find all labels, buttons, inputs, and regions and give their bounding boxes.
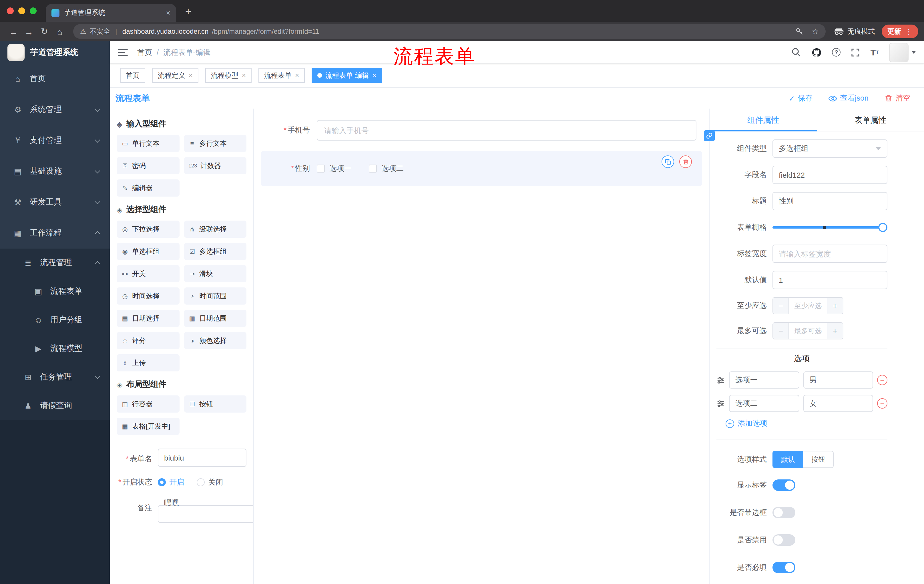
delete-field-button[interactable] bbox=[679, 155, 692, 168]
plus-button[interactable]: + bbox=[827, 323, 843, 339]
sidebar-item-infrastructure[interactable]: ▤ 基础设施 bbox=[0, 156, 110, 187]
palette-item-date-range[interactable]: ▥日期范围 bbox=[184, 310, 246, 327]
sidebar-item-process-management[interactable]: ≣ 流程管理 bbox=[0, 248, 110, 277]
close-icon[interactable]: × bbox=[372, 71, 376, 79]
clear-button[interactable]: 清空 bbox=[884, 93, 910, 104]
stepper-placeholder[interactable]: 至少应选 bbox=[789, 298, 827, 314]
tab-component-props[interactable]: 组件属性 bbox=[710, 109, 817, 131]
palette-item-time-range[interactable]: ◔时间范围 bbox=[184, 288, 246, 304]
tag-process-model[interactable]: 流程模型 × bbox=[205, 68, 252, 83]
close-icon[interactable]: × bbox=[242, 71, 246, 79]
palette-item-counter[interactable]: 123计数器 bbox=[184, 157, 246, 174]
sidebar-item-leave-query[interactable]: ♟ 请假查询 bbox=[0, 392, 110, 420]
phone-input[interactable] bbox=[324, 126, 689, 135]
close-icon[interactable]: × bbox=[189, 71, 193, 79]
field-phone[interactable]: *手机号 bbox=[254, 117, 709, 144]
github-icon[interactable] bbox=[812, 47, 822, 58]
palette-item-radio-group[interactable]: ◉单选框组 bbox=[117, 243, 179, 260]
tag-process-form-edit[interactable]: 流程表单-编辑 × bbox=[312, 68, 382, 83]
style-button-button[interactable]: 按钮 bbox=[804, 451, 834, 468]
palette-item-switch[interactable]: ⊷开关 bbox=[117, 265, 179, 282]
link-icon[interactable] bbox=[704, 130, 715, 141]
drag-handle-icon[interactable] bbox=[716, 399, 725, 408]
status-on-radio[interactable]: 开启 bbox=[158, 477, 184, 487]
tab-form-props[interactable]: 表单属性 bbox=[817, 109, 924, 131]
status-off-radio[interactable]: 关闭 bbox=[197, 477, 223, 487]
field-gender[interactable]: *性别 选项一 选项二 bbox=[261, 163, 702, 174]
style-default-button[interactable]: 默认 bbox=[772, 451, 804, 468]
tag-home[interactable]: 首页 bbox=[120, 68, 145, 83]
stepper-placeholder[interactable]: 最多可选 bbox=[789, 323, 827, 339]
palette-item-rate[interactable]: ☆评分 bbox=[117, 332, 179, 349]
save-button[interactable]: ✓ 保存 bbox=[789, 93, 812, 104]
title-input[interactable] bbox=[779, 197, 881, 206]
copy-field-button[interactable] bbox=[662, 155, 674, 168]
sidebar-item-system[interactable]: ⚙ 系统管理 bbox=[0, 94, 110, 125]
bookmark-star-icon[interactable]: ☆ bbox=[812, 27, 819, 36]
add-option-button[interactable]: + 添加选项 bbox=[726, 418, 888, 429]
sidebar-item-home[interactable]: ⌂ 首页 bbox=[0, 63, 110, 94]
sidebar-item-payment[interactable]: ￥ 支付管理 bbox=[0, 125, 110, 156]
palette-item-multi-line-text[interactable]: ≡多行文本 bbox=[184, 135, 246, 152]
palette-item-checkbox-group[interactable]: ☑多选框组 bbox=[184, 243, 246, 260]
browser-tab[interactable]: 芋道管理系统 × bbox=[46, 4, 176, 22]
user-menu[interactable] bbox=[889, 43, 916, 62]
view-json-button[interactable]: 查看json bbox=[828, 93, 868, 104]
form-remark-textarea[interactable]: 嘿嘿 bbox=[164, 498, 253, 517]
minus-button[interactable]: − bbox=[773, 298, 789, 314]
required-toggle[interactable] bbox=[772, 562, 795, 573]
address-bar[interactable]: ⚠ 不安全 | dashboard.yudao.iocoder.cn/bpm/m… bbox=[73, 24, 826, 39]
close-icon[interactable]: × bbox=[295, 71, 299, 79]
disabled-toggle[interactable] bbox=[772, 534, 795, 546]
option-value-input[interactable] bbox=[809, 376, 867, 384]
palette-item-table[interactable]: ▦表格[开发中] bbox=[117, 418, 179, 435]
show-label-toggle[interactable] bbox=[772, 479, 795, 491]
new-tab-button[interactable]: + bbox=[185, 6, 191, 18]
option-value-input[interactable] bbox=[809, 399, 867, 408]
slider-handle[interactable] bbox=[878, 223, 888, 232]
key-icon[interactable] bbox=[795, 28, 804, 35]
palette-item-button[interactable]: ☐按钮 bbox=[184, 395, 246, 413]
sidebar-item-devtools[interactable]: ⚒ 研发工具 bbox=[0, 187, 110, 218]
hamburger-icon[interactable] bbox=[118, 48, 128, 57]
breadcrumb-home[interactable]: 首页 bbox=[137, 47, 152, 58]
palette-item-cascader[interactable]: ⋔级联选择 bbox=[184, 220, 246, 238]
palette-item-single-line-text[interactable]: ▭单行文本 bbox=[117, 135, 179, 152]
field-name-input[interactable] bbox=[779, 171, 881, 179]
palette-item-color-picker[interactable]: ◑颜色选择 bbox=[184, 332, 246, 349]
checkbox-option-2[interactable]: 选项二 bbox=[369, 163, 404, 174]
palette-item-upload[interactable]: ⇪上传 bbox=[117, 354, 179, 372]
remove-option-button[interactable]: − bbox=[877, 375, 888, 385]
option-label-input[interactable] bbox=[735, 399, 793, 408]
label-width-input[interactable] bbox=[779, 249, 881, 258]
font-size-icon[interactable]: TT bbox=[871, 48, 879, 57]
plus-button[interactable]: + bbox=[827, 298, 843, 314]
browser-menu-icon[interactable]: ⋮ bbox=[905, 27, 912, 36]
default-value-input[interactable] bbox=[779, 276, 881, 284]
palette-item-editor[interactable]: ✎编辑器 bbox=[117, 179, 179, 197]
palette-item-date-picker[interactable]: ▤日期选择 bbox=[117, 310, 179, 327]
sidebar-item-process-form[interactable]: ▣ 流程表单 bbox=[0, 277, 110, 306]
sidebar-item-process-model[interactable]: ▶ 流程模型 bbox=[0, 334, 110, 363]
drag-handle-icon[interactable] bbox=[716, 376, 725, 384]
border-toggle[interactable] bbox=[772, 507, 795, 518]
sidebar-item-workflow[interactable]: ▦ 工作流程 bbox=[0, 218, 110, 248]
minus-button[interactable]: − bbox=[773, 323, 789, 339]
palette-item-slider[interactable]: ⊸滑块 bbox=[184, 265, 246, 282]
sidebar-logo[interactable]: 芋道管理系统 bbox=[0, 41, 110, 63]
sidebar-item-task-management[interactable]: ⊞ 任务管理 bbox=[0, 363, 110, 392]
tab-close-icon[interactable]: × bbox=[166, 8, 170, 17]
fullscreen-icon[interactable] bbox=[851, 48, 860, 57]
option-label-input[interactable] bbox=[735, 376, 793, 384]
form-canvas[interactable]: *手机号 bbox=[254, 109, 709, 584]
field-gender-selected[interactable]: *性别 选项一 选项二 bbox=[261, 151, 702, 186]
minimize-window-button[interactable] bbox=[18, 7, 25, 14]
close-window-button[interactable] bbox=[7, 7, 14, 14]
update-button[interactable]: 更新 ⋮ bbox=[882, 25, 918, 38]
form-name-input[interactable] bbox=[164, 453, 240, 462]
checkbox-option-1[interactable]: 选项一 bbox=[317, 163, 351, 174]
component-type-select[interactable]: 多选框组 bbox=[772, 140, 888, 158]
home-icon[interactable]: ⌂ bbox=[52, 26, 68, 36]
help-icon[interactable]: ? bbox=[832, 48, 841, 57]
reload-icon[interactable]: ↻ bbox=[36, 26, 52, 36]
